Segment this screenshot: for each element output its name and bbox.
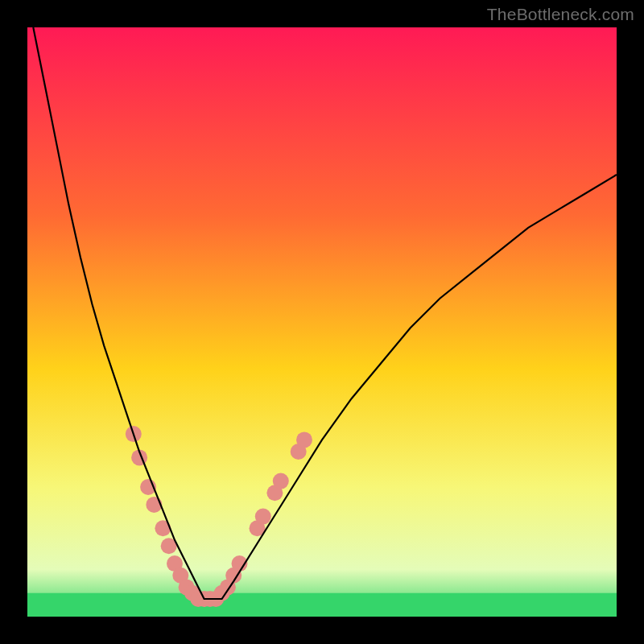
plot-area: [27, 27, 617, 617]
gradient-background: [27, 27, 617, 617]
highlight-marker: [296, 431, 312, 448]
highlight-marker: [273, 473, 289, 489]
highlight-marker: [255, 509, 271, 525]
chart-frame: TheBottleneck.com: [0, 0, 644, 644]
green-band: [27, 593, 617, 617]
plot-svg: [27, 27, 617, 617]
attribution-text: TheBottleneck.com: [487, 5, 634, 24]
